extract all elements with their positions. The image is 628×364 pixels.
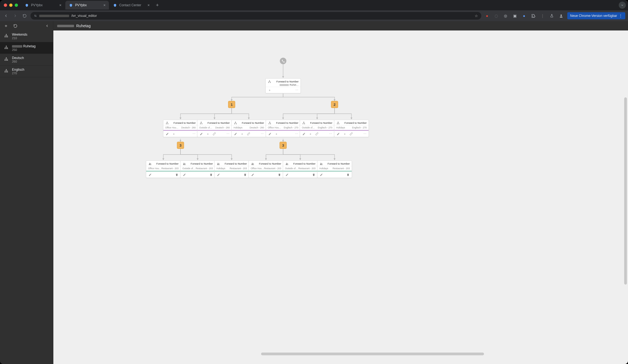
node-add-button[interactable]: ＋	[240, 132, 244, 136]
extension-icon[interactable]: ▣	[512, 13, 518, 19]
extension-icon[interactable]: ◎	[503, 13, 508, 19]
node-edit-button[interactable]	[165, 132, 169, 136]
node-edit-button[interactable]	[234, 132, 237, 136]
svg-rect-28	[235, 122, 236, 122]
profile-icon[interactable]	[558, 13, 564, 19]
nav-forward-button[interactable]	[12, 13, 19, 19]
new-tab-button[interactable]: +	[154, 1, 161, 9]
bookmark-star-icon[interactable]: ☆	[475, 14, 478, 18]
node-delete-button[interactable]	[209, 173, 213, 177]
node-more-button[interactable]: ⋯	[192, 132, 196, 136]
svg-rect-14	[7, 60, 8, 61]
root-node[interactable]: Forward to Number Ruhet… ＋ ⋯	[265, 78, 301, 93]
node-add-button[interactable]: ＋	[308, 132, 312, 136]
node-edit-button[interactable]	[148, 173, 152, 177]
window-zoom[interactable]	[15, 4, 18, 7]
action-node[interactable]: Forward to Number Holidays Restaurant - …	[214, 161, 249, 178]
browser-toolbar: /ivr_visual_editor ☆ ● ◌ ◎ ▣ ● |	[0, 10, 628, 21]
horizontal-scrollbar[interactable]	[75, 353, 606, 355]
sidebar-collapse-button[interactable]	[44, 23, 50, 29]
node-edit-button[interactable]	[285, 173, 289, 177]
digit-node[interactable]: 1	[228, 101, 235, 108]
node-target: Restaurant - 203	[161, 167, 179, 170]
node-edit-button[interactable]	[199, 132, 203, 136]
node-edit-button[interactable]	[319, 173, 323, 177]
nav-reload-button[interactable]	[21, 13, 28, 19]
site-info-icon[interactable]	[34, 14, 37, 17]
action-node[interactable]: Forward to Number Outside of… Restaurant…	[283, 161, 318, 178]
node-more-button[interactable]: ⋯	[295, 88, 299, 92]
tab-close-icon[interactable]: ×	[103, 3, 106, 7]
action-node[interactable]: Forward to Number Holidays Restaurant - …	[317, 161, 352, 178]
node-edit-button[interactable]	[268, 132, 272, 136]
node-link-button[interactable]	[315, 132, 319, 136]
extensions-menu-icon[interactable]	[530, 13, 536, 19]
browser-tab[interactable]: Contact Center ×	[109, 1, 153, 10]
action-node[interactable]: Forward to Number Holidays Deutsch - 260…	[231, 120, 266, 137]
nav-back-button[interactable]	[3, 13, 9, 19]
sidebar-flow-item[interactable]: Weekends 210	[0, 30, 53, 42]
start-node[interactable]	[280, 58, 286, 64]
digit-node[interactable]: 2	[331, 101, 338, 108]
window-minimize[interactable]	[9, 4, 13, 7]
svg-rect-18	[7, 72, 8, 72]
action-node[interactable]: Forward to Number Office Hou… Restaurant…	[146, 161, 181, 178]
tab-overflow-button[interactable]	[619, 2, 626, 9]
chrome-update-button[interactable]: Neue Chrome-Version verfügbar ⋮	[567, 12, 625, 19]
tree-icon	[268, 121, 272, 125]
extension-icon[interactable]: ●	[484, 13, 490, 19]
node-edit-button[interactable]	[216, 173, 220, 177]
node-delete-button[interactable]	[312, 173, 315, 177]
node-more-button[interactable]: ⋯	[226, 132, 230, 136]
digit-node[interactable]: 3	[177, 142, 184, 149]
action-node[interactable]: Forward to Number Office Hou… Restaurant…	[249, 161, 283, 178]
node-add-button[interactable]: ＋	[343, 132, 347, 136]
tab-close-icon[interactable]: ×	[59, 3, 62, 7]
node-more-button[interactable]: ⋯	[329, 132, 332, 136]
sidebar-add-button[interactable]: ＋	[3, 23, 9, 29]
node-add-button[interactable]: ＋	[206, 132, 210, 136]
action-node[interactable]: Forward to Number Office Hou… Englisch -…	[266, 120, 301, 137]
svg-rect-23	[166, 124, 167, 124]
digit-node[interactable]: 3	[280, 142, 287, 149]
node-add-button[interactable]: ＋	[268, 88, 271, 92]
action-node[interactable]: Forward to Number Outside of… Restaurant…	[180, 161, 215, 178]
tab-close-icon[interactable]: ×	[148, 3, 150, 7]
node-edit-button[interactable]	[336, 132, 340, 136]
node-delete-button[interactable]	[277, 173, 281, 177]
extension-icon[interactable]: ◌	[493, 13, 499, 19]
extension-icon[interactable]: ●	[521, 13, 527, 19]
node-link-button[interactable]	[247, 132, 250, 136]
node-more-button[interactable]: ⋯	[363, 132, 367, 136]
group-icon	[285, 162, 289, 165]
browser-tab[interactable]: PVYpbx ×	[21, 1, 65, 10]
node-link-button[interactable]	[349, 132, 353, 136]
sidebar-flow-item[interactable]: Deutsch 260	[0, 54, 53, 66]
sidebar-refresh-button[interactable]	[12, 23, 19, 29]
node-more-button[interactable]: ⋯	[260, 132, 264, 136]
node-add-button[interactable]: ＋	[274, 132, 278, 136]
vertical-scrollbar[interactable]	[624, 41, 627, 353]
labs-icon[interactable]	[549, 13, 555, 19]
window-close[interactable]	[4, 4, 7, 7]
action-node[interactable]: Forward to Number Office Hou… Deutsch - …	[163, 120, 198, 137]
address-bar[interactable]: /ivr_visual_editor ☆	[30, 12, 481, 20]
node-add-button[interactable]: ＋	[172, 132, 176, 136]
node-edit-button[interactable]	[302, 132, 306, 136]
node-edit-button[interactable]	[182, 173, 186, 177]
editor-canvas[interactable]: Forward to Number Ruhet… ＋ ⋯ 1233 Forwar…	[53, 30, 628, 364]
node-more-button[interactable]: ⋯	[295, 132, 298, 136]
browser-tab[interactable]: PVYpbx ×	[65, 1, 109, 10]
action-node[interactable]: Forward to Number Outside of… Deutsch - …	[197, 120, 232, 137]
action-node[interactable]: Forward to Number Holidays Englisch - 27…	[334, 120, 369, 137]
node-link-button[interactable]	[212, 132, 216, 136]
node-delete-button[interactable]	[346, 173, 350, 177]
sidebar-flow-item[interactable]: Ruhetag 250	[0, 42, 53, 54]
node-edit-button[interactable]	[251, 173, 255, 177]
sidebar-flow-item[interactable]: Englisch 270	[0, 66, 53, 77]
node-delete-button[interactable]	[175, 173, 179, 177]
node-delete-button[interactable]	[243, 173, 247, 177]
chrome-update-label: Neue Chrome-Version verfügbar	[570, 14, 617, 18]
action-node[interactable]: Forward to Number Outside of… Englisch -…	[300, 120, 335, 137]
svg-rect-19	[269, 81, 270, 81]
